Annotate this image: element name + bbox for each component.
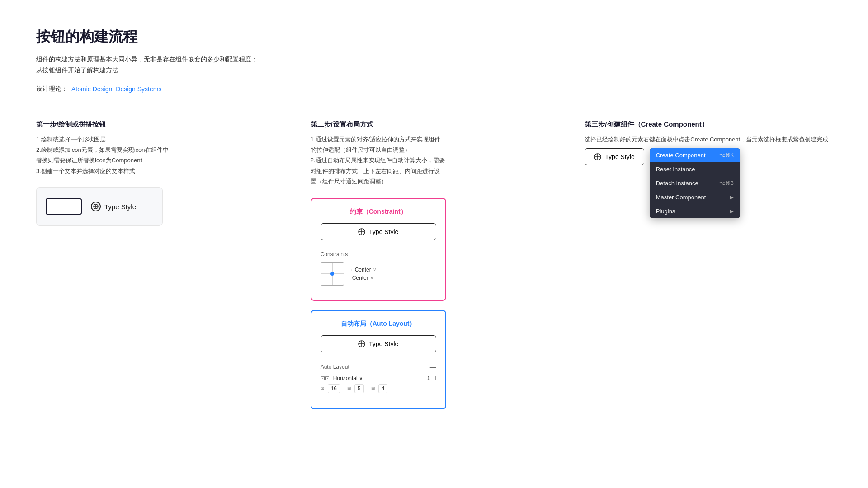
steps-row: 第一步/绘制或拼搭按钮 1.绘制或选择一个形状图层 2.绘制或添加icon元素，… <box>36 120 832 409</box>
step2-desc: 1.通过设置元素的对齐/适应拉伸的方式来实现组件的拉伸适配（组件尺寸可以自由调整… <box>311 134 558 187</box>
constraint-card: 约束（Constraint） Type Style Constraints <box>311 198 446 301</box>
menu-item-label-master: Master Component <box>656 194 706 201</box>
page-title: 按钮的构建流程 <box>36 27 832 47</box>
menu-arrow-plugins: ▶ <box>730 209 734 214</box>
step1-btn-label: Type Style <box>104 203 136 211</box>
constraint-visual: ↔ Center ∨ ↕ Center ∨ <box>321 262 436 286</box>
autolayout-minus: — <box>430 363 436 371</box>
theory-label: 设计理论： <box>36 85 68 93</box>
al-values-row: ⊡ 16 ⊟ 5 ⊞ 4 <box>321 384 436 393</box>
autolayout-title: 自动布局（Auto Layout） <box>321 320 436 328</box>
constraint-h-chevron: ∨ <box>373 267 376 272</box>
step2-line2: 2.通过自动布局属性来实现组件自动计算大小，需要对组件的排布方式、上下左右间距、… <box>311 155 558 187</box>
step1-line1: 1.绘制或选择一个形状图层 <box>36 134 283 145</box>
menu-item-reset-instance[interactable]: Reset Instance <box>650 162 740 176</box>
constraints-panel: Constraints ↔ Center ∨ <box>321 248 436 291</box>
menu-item-label-plugins: Plugins <box>656 208 675 215</box>
constraint-title: 约束（Constraint） <box>321 208 436 216</box>
step1-card: Type Style <box>36 187 163 226</box>
menu-item-create-component[interactable]: Create Component ⌥⌘K <box>650 148 740 162</box>
constraint-h-select[interactable]: ↔ Center ∨ <box>348 267 376 273</box>
step3-title: 第三步/创建组件（Create Component） <box>585 120 832 129</box>
menu-item-label-detach: Detach Instance <box>656 180 698 187</box>
autolayout-panel-label: Auto Layout <box>321 364 349 370</box>
autolayout-header: Auto Layout — <box>321 363 436 371</box>
constraint-box <box>321 262 344 286</box>
step3-ui: Type Style Create Component ⌥⌘K Reset In… <box>585 148 832 218</box>
constraint-btn[interactable]: Type Style <box>321 223 436 240</box>
constraint-v-chevron: ∨ <box>370 275 373 280</box>
context-menu: Create Component ⌥⌘K Reset Instance Deta… <box>650 148 740 218</box>
menu-item-master-component[interactable]: Master Component ▶ <box>650 190 740 204</box>
al-icon3: ⊞ <box>371 386 375 391</box>
al-value1[interactable]: 16 <box>328 384 340 393</box>
step1-desc: 1.绘制或选择一个形状图层 2.绘制或添加icon元素，如果需要实现icon在组… <box>36 134 283 177</box>
al-icon2: ⊟ <box>347 386 351 391</box>
al-grid-icon: ⊡⊡ <box>321 375 330 381</box>
al-spacing-icon: ⇕ <box>426 375 431 381</box>
center-dot <box>330 272 334 276</box>
al-value2[interactable]: 5 <box>354 384 364 393</box>
autolayout-panel: Auto Layout — ⊡⊡ Horizontal ∨ ⇕ I ⊡ 16 ⊟… <box>321 360 436 399</box>
step1-line2: 2.绘制或添加icon元素，如果需要实现icon在组件中替换则需要保证所替换ic… <box>36 145 283 166</box>
al-direction-label[interactable]: Horizontal ∨ <box>333 375 363 381</box>
step3-desc: 选择已经绘制好的元素右键在面板中点击Create Component，当元素选择… <box>585 134 832 145</box>
step1: 第一步/绘制或拼搭按钮 1.绘制或选择一个形状图层 2.绘制或添加icon元素，… <box>36 120 283 226</box>
step1-line3: 3.创建一个文本并选择对应的文本样式 <box>36 166 283 176</box>
autolayout-btn-label: Type Style <box>369 340 398 347</box>
al-spacing-icon2: I <box>434 375 436 381</box>
page-description: 组件的构建方法和原理基本大同小异，无非是存在组件嵌套的多少和配置程度；从按钮组件… <box>36 54 262 76</box>
menu-shortcut-detach: ⌥⌘B <box>719 180 733 186</box>
menu-item-label-create: Create Component <box>656 152 706 159</box>
menu-item-label-reset: Reset Instance <box>656 166 695 173</box>
step2-cards: 约束（Constraint） Type Style Constraints <box>311 198 446 409</box>
constraint-btn-label: Type Style <box>369 228 398 235</box>
menu-item-detach-instance[interactable]: Detach Instance ⌥⌘B <box>650 176 740 190</box>
step3-btn-label: Type Style <box>605 153 634 160</box>
step2-title: 第二步/设置布局方式 <box>311 120 558 129</box>
step3-type-style-btn[interactable]: Type Style <box>585 148 644 165</box>
constraint-v-arrow: ↕ <box>348 275 350 281</box>
constraint-v-select[interactable]: ↕ Center ∨ <box>348 275 376 281</box>
constraint-v-value: Center <box>352 275 368 281</box>
constraint-h-arrow: ↔ <box>348 267 353 273</box>
step1-title: 第一步/绘制或拼搭按钮 <box>36 120 283 129</box>
menu-arrow-master: ▶ <box>730 195 734 200</box>
step1-type-style-btn: Type Style <box>91 202 136 211</box>
step3: 第三步/创建组件（Create Component） 选择已经绘制好的元素右键在… <box>585 120 832 218</box>
step2: 第二步/设置布局方式 1.通过设置元素的对齐/适应拉伸的方式来实现组件的拉伸适配… <box>311 120 558 409</box>
al-direction-row: ⊡⊡ Horizontal ∨ ⇕ I <box>321 375 436 381</box>
autolayout-card: 自动布局（Auto Layout） Type Style Auto Layout… <box>311 310 446 409</box>
menu-item-plugins[interactable]: Plugins ▶ <box>650 204 740 218</box>
design-systems-link[interactable]: Design Systems <box>116 85 161 93</box>
constraint-dropdowns: ↔ Center ∨ ↕ Center ∨ <box>348 267 376 281</box>
constraints-panel-label: Constraints <box>321 251 436 258</box>
menu-shortcut-create: ⌥⌘K <box>719 152 733 158</box>
theory-row: 设计理论： Atomic Design Design Systems <box>36 85 832 93</box>
constraint-h-value: Center <box>355 267 371 273</box>
step1-rectangle <box>46 198 82 215</box>
step2-line1: 1.通过设置元素的对齐/适应拉伸的方式来实现组件的拉伸适配（组件尺寸可以自由调整… <box>311 134 558 155</box>
al-icon1: ⊡ <box>321 386 324 391</box>
autolayout-btn[interactable]: Type Style <box>321 335 436 352</box>
atomic-design-link[interactable]: Atomic Design <box>71 85 112 93</box>
al-value3[interactable]: 4 <box>378 384 388 393</box>
type-style-icon <box>91 202 101 211</box>
